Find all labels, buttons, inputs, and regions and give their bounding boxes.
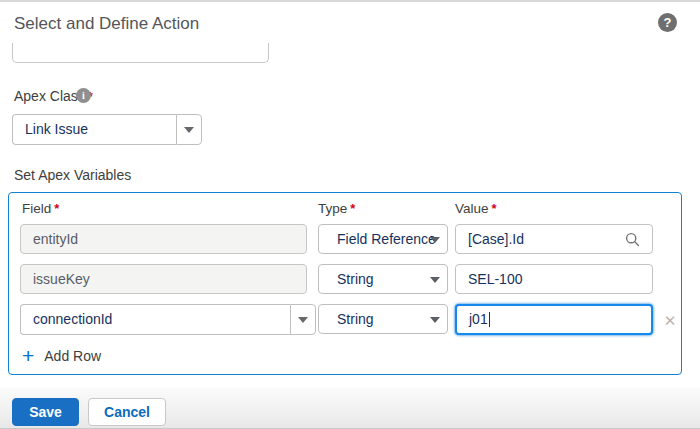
chevron-down-icon <box>298 317 308 323</box>
field-input-row1: entityId <box>20 224 307 254</box>
page-title: Select and Define Action <box>14 14 199 34</box>
value-input-row3[interactable]: j01 <box>455 304 653 335</box>
set-apex-variables-label: Set Apex Variables <box>14 167 131 183</box>
select-and-define-action-panel: Select and Define Action ? Apex Class* i… <box>0 0 700 429</box>
required-asterisk: * <box>492 201 497 216</box>
plus-icon: + <box>22 346 34 366</box>
apex-class-label-text: Apex Class <box>14 88 85 104</box>
field-input-row2: issueKey <box>20 264 307 294</box>
type-select-row3[interactable]: String <box>318 304 448 334</box>
help-icon[interactable]: ? <box>658 13 677 32</box>
field-combobox-row3: connectionId <box>20 304 316 335</box>
add-row-label: Add Row <box>44 348 101 364</box>
column-header-value: Value* <box>455 201 497 216</box>
chevron-down-icon <box>430 317 440 323</box>
value-input-row1[interactable]: [Case].Id <box>455 224 653 254</box>
info-icon[interactable]: i <box>76 88 91 103</box>
type-select-row2[interactable]: String <box>318 264 448 294</box>
column-header-type: Type* <box>318 201 355 216</box>
truncated-field-above[interactable] <box>12 43 269 63</box>
apex-class-input[interactable]: Link Issue <box>12 114 176 145</box>
required-asterisk: * <box>54 201 59 216</box>
apex-variables-table: Field* Type* Value* entityId Field Refer… <box>8 192 682 375</box>
chevron-down-icon <box>184 127 194 133</box>
column-header-field: Field* <box>22 201 59 216</box>
field-input-row3[interactable]: connectionId <box>20 304 290 335</box>
add-row-button[interactable]: + Add Row <box>22 346 101 366</box>
apex-class-dropdown-button[interactable] <box>176 114 202 145</box>
search-icon[interactable] <box>625 232 640 251</box>
text-cursor <box>489 312 490 327</box>
chevron-down-icon <box>430 277 440 283</box>
remove-row-button[interactable]: ✕ <box>660 312 680 330</box>
type-select-row1[interactable]: Field Reference <box>318 224 448 254</box>
value-input-row2[interactable]: SEL-100 <box>455 264 653 294</box>
apex-class-combobox: Link Issue <box>12 114 202 145</box>
required-asterisk: * <box>350 201 355 216</box>
field-dropdown-button-row3[interactable] <box>290 304 316 335</box>
chevron-down-icon <box>430 237 440 243</box>
cancel-button[interactable]: Cancel <box>88 398 166 426</box>
save-button[interactable]: Save <box>12 398 79 426</box>
